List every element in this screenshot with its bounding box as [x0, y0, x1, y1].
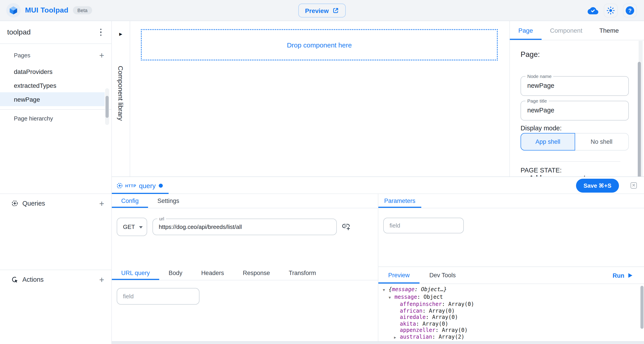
tab-parameters[interactable]: Parameters — [378, 194, 421, 208]
add-page-parameters-button[interactable]: Add page parameters — [520, 174, 596, 177]
parameters-tabs: Parameters — [378, 194, 644, 208]
url-input[interactable] — [159, 220, 331, 234]
drop-zone[interactable]: Drop component here — [141, 29, 498, 61]
tree-root-row[interactable]: ▼ {message: Object…} — [378, 286, 640, 294]
page-item-dataproviders[interactable]: dataProviders — [0, 65, 105, 78]
mui-toolpad-editor: MUI Toolpad Beta Preview — [0, 0, 644, 344]
node-name-value: newPage — [527, 82, 554, 89]
tab-preview[interactable]: Preview — [378, 267, 420, 283]
project-row: toolpad — [0, 21, 111, 44]
query-config-pane: Config Settings GET url — [112, 194, 378, 342]
url-field[interactable]: url — [152, 219, 337, 235]
display-mode-toggle: App shell No shell — [520, 133, 629, 150]
pages-list-scrollbar[interactable] — [105, 88, 109, 125]
tree-collapsed-arrow-icon[interactable]: ▶ — [394, 334, 400, 341]
tab-url-query[interactable]: URL query — [112, 266, 159, 280]
request-detail-tabs: URL query Body Headers Response Transfor… — [112, 266, 378, 280]
http-method-value: GET — [123, 224, 135, 230]
page-title-label: Page title — [526, 98, 549, 103]
tree-row-airedale[interactable]: airedale: Array(0) — [378, 314, 640, 320]
actions-label: Actions — [22, 276, 99, 283]
bottom-scroll-gutter — [112, 341, 644, 344]
page-title-field[interactable]: Page title newPage — [520, 101, 629, 120]
node-name-field[interactable]: Node name newPage — [520, 76, 629, 96]
tab-theme[interactable]: Theme — [591, 21, 627, 40]
results-tabs: Preview Dev Tools Run — [378, 267, 644, 284]
request-row: GET url — [112, 208, 378, 258]
page-state-label: PAGE STATE: — [520, 167, 562, 174]
page-item-extractedtypes[interactable]: extractedTypes — [0, 78, 105, 92]
query-name-label: query — [139, 182, 156, 189]
display-mode-no-shell[interactable]: No shell — [575, 133, 628, 150]
inspector-tabs: Page Component Theme — [510, 21, 644, 40]
cloud-synced-icon — [588, 5, 598, 16]
tab-settings[interactable]: Settings — [148, 194, 189, 208]
config-tabs: Config Settings — [112, 194, 378, 208]
tree-row-affenpinscher[interactable]: affenpinscher: Array(0) — [378, 301, 640, 307]
tab-dev-tools[interactable]: Dev Tools — [420, 267, 466, 283]
queries-section-header: Queries + — [0, 196, 111, 211]
pages-section-label: Pages — [14, 52, 30, 58]
dropdown-caret-icon — [139, 226, 143, 228]
preview-button[interactable]: Preview — [298, 4, 346, 18]
pages-section-header: Pages + — [0, 48, 111, 62]
json-result-tree: ▼ {message: Object…} ▼ message: Object a… — [378, 284, 640, 342]
tab-page[interactable]: Page — [510, 21, 541, 40]
actions-section-header: Actions + — [0, 272, 111, 287]
http-method-select[interactable]: GET — [117, 218, 147, 236]
add-query-button[interactable]: + — [99, 199, 104, 208]
tree-expanded-arrow-icon[interactable]: ▼ — [383, 287, 389, 294]
explorer-sidebar: toolpad Pages + dataProviders extractedT… — [0, 21, 112, 344]
add-page-button[interactable]: + — [99, 51, 104, 59]
add-binding-link-icon[interactable] — [341, 222, 350, 231]
node-name-label: Node name — [526, 73, 554, 79]
theme-toggle-button[interactable] — [604, 4, 618, 18]
page-item-newpage[interactable]: newPage — [0, 92, 105, 106]
inspector-panel: Page Component Theme Page: Node name new… — [510, 21, 644, 177]
expand-component-library-icon[interactable]: ▶ — [112, 32, 130, 36]
run-button[interactable]: Run — [613, 267, 632, 284]
tab-transform[interactable]: Transform — [279, 266, 325, 280]
tree-expanded-arrow-icon[interactable]: ▼ — [389, 294, 394, 301]
parameters-field-input[interactable] — [383, 218, 464, 233]
mui-toolpad-logo-icon — [6, 3, 20, 18]
help-icon: ? — [626, 6, 634, 15]
tree-row-akita[interactable]: akita: Array(0) — [378, 320, 640, 327]
tab-body[interactable]: Body — [159, 266, 192, 280]
unsaved-changes-dot — [159, 184, 163, 188]
queries-label: Queries — [22, 200, 99, 207]
display-mode-label: Display mode: — [520, 124, 562, 132]
tab-response[interactable]: Response — [234, 266, 280, 280]
help-button[interactable]: ? — [623, 4, 637, 18]
tree-row-appenzeller[interactable]: appenzeller: Array(0) — [378, 327, 640, 333]
query-editor-panel: HTTP query Save ⌘+S ✕ Config Settings GE… — [112, 177, 644, 344]
results-section: Preview Dev Tools Run ▼ {message: Object… — [378, 266, 644, 342]
tab-headers[interactable]: Headers — [192, 266, 234, 280]
drop-zone-hint: Drop component here — [287, 41, 352, 49]
beta-badge: Beta — [73, 6, 92, 14]
tab-component[interactable]: Component — [541, 21, 591, 40]
project-menu-kebab-icon[interactable] — [98, 27, 103, 38]
results-scrollbar[interactable] — [640, 286, 644, 329]
header-actions: ? — [588, 0, 637, 21]
tree-row-message[interactable]: ▼ message: Object — [378, 294, 640, 301]
component-library-label: Component library — [117, 66, 124, 121]
page-hierarchy-label: Page hierarchy — [0, 110, 111, 122]
tree-row-australian[interactable]: ▶ australian: Array(2) — [378, 333, 640, 341]
component-library-panel: ▶ Component library — [112, 21, 130, 177]
tab-config[interactable]: Config — [112, 194, 148, 208]
play-icon — [628, 273, 632, 278]
app-header: MUI Toolpad Beta Preview — [0, 0, 644, 21]
add-action-button[interactable]: + — [99, 275, 104, 284]
save-button[interactable]: Save ⌘+S — [576, 179, 619, 193]
query-tab-bar: HTTP query Save ⌘+S ✕ — [112, 177, 644, 194]
tree-row-african[interactable]: african: Array(0) — [378, 307, 640, 314]
url-query-field-input[interactable] — [117, 288, 200, 305]
close-query-panel-icon[interactable]: ✕ — [630, 182, 637, 189]
app-title: MUI Toolpad — [25, 6, 68, 14]
page-canvas: Drop component here — [130, 21, 510, 177]
inspector-scrollbar[interactable] — [639, 41, 643, 177]
display-mode-app-shell[interactable]: App shell — [520, 133, 575, 150]
preview-button-label: Preview — [305, 7, 329, 14]
query-tab[interactable]: HTTP query — [112, 177, 168, 194]
